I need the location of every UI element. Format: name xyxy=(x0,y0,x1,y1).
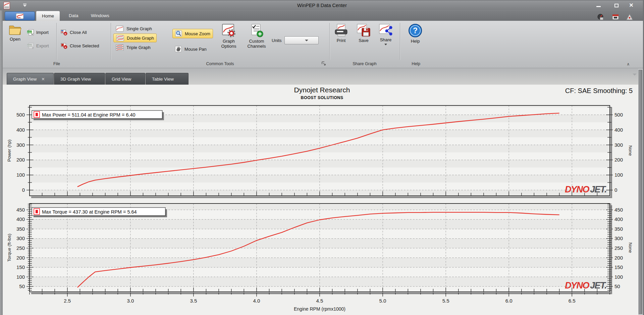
torque-chart[interactable]: DYNOJET.50501001001501502002002502503003… xyxy=(0,201,644,315)
open-button[interactable]: Open xyxy=(5,24,25,42)
tab-table-view-label: Table View xyxy=(152,77,174,82)
power-chart[interactable]: DYNOJET.00100100200200300300400400500500… xyxy=(0,102,644,201)
mouse-pan-label: Mouse Pan xyxy=(184,47,207,52)
svg-text:50: 50 xyxy=(614,283,620,289)
svg-text:3.0: 3.0 xyxy=(127,298,134,304)
svg-text:Torque (ft-lbs): Torque (ft-lbs) xyxy=(7,234,12,262)
units-dropdown-arrow-icon xyxy=(305,40,308,41)
application-menu-button[interactable] xyxy=(5,11,35,20)
custom-channels-button[interactable]: Custom Channels xyxy=(245,24,268,49)
gauge-icon[interactable] xyxy=(597,13,604,20)
double-graph-button[interactable]: Double Graph xyxy=(113,34,157,42)
close-selected-label: Close Selected xyxy=(70,43,99,48)
maximize-button[interactable] xyxy=(611,2,622,9)
help-icon: ? xyxy=(408,24,422,38)
import-button[interactable]: CSV Import xyxy=(25,28,50,36)
custom-channels-label: Custom Channels xyxy=(245,39,268,49)
device-icon[interactable] xyxy=(612,13,619,20)
print-label: Print xyxy=(337,38,346,43)
svg-text:500: 500 xyxy=(614,112,623,118)
ribbon-tab-home[interactable]: Home xyxy=(36,11,60,21)
mouse-pan-button[interactable]: Mouse Pan xyxy=(172,45,209,53)
svg-text:5.0: 5.0 xyxy=(379,298,386,304)
close-selected-button[interactable]: x Close Selected xyxy=(59,42,100,50)
print-button[interactable]: Print xyxy=(331,24,351,43)
tab-list-dropdown-icon[interactable] xyxy=(633,74,637,76)
window-left-border xyxy=(0,10,3,315)
share-label: Share xyxy=(380,37,392,42)
winpep-logo-icon xyxy=(15,13,24,19)
ribbon-tab-windows[interactable]: Windows xyxy=(85,10,115,21)
custom-channels-icon xyxy=(250,24,264,38)
graph-subtitle: BOOST SOLUTIONS xyxy=(0,95,644,100)
svg-text:300: 300 xyxy=(614,235,623,241)
svg-text:JET.: JET. xyxy=(590,184,606,194)
save-button[interactable]: Save xyxy=(354,24,373,43)
svg-text:6.0: 6.0 xyxy=(505,298,513,304)
svg-text:None: None xyxy=(628,242,633,253)
close-all-button[interactable]: o Close All xyxy=(59,28,88,36)
folder-icon xyxy=(8,24,22,36)
collapse-ribbon-chevron-icon[interactable]: ∧ xyxy=(625,62,631,66)
svg-text:None: None xyxy=(628,145,633,156)
scrollbar-thumb[interactable] xyxy=(639,70,642,314)
svg-text:?: ? xyxy=(413,26,418,35)
svg-text:CSV: CSV xyxy=(28,31,32,33)
single-graph-icon xyxy=(116,26,124,32)
tab-grid-view[interactable]: Grid View xyxy=(105,73,145,85)
titlebar: WinPEP 8 Data Center ✕ xyxy=(0,0,644,10)
svg-text:350: 350 xyxy=(16,226,25,232)
svg-text:300: 300 xyxy=(16,142,25,148)
units-dropdown[interactable] xyxy=(284,36,319,44)
svg-text:100: 100 xyxy=(614,274,623,280)
tab-3d-graph-view[interactable]: 3D Graph View xyxy=(54,73,105,85)
single-graph-button[interactable]: Single Graph xyxy=(113,24,154,33)
warning-triangle-icon[interactable] xyxy=(626,13,633,20)
mouse-zoom-label: Mouse Zoom xyxy=(185,31,210,36)
units-label: Units xyxy=(270,36,283,44)
graph-options-button[interactable]: Graph Options xyxy=(218,24,239,49)
close-button[interactable]: ✕ xyxy=(626,2,637,9)
export-button: CSV Export xyxy=(25,42,50,50)
svg-text:200: 200 xyxy=(16,157,25,163)
magnifier-icon xyxy=(175,30,182,37)
svg-text:200: 200 xyxy=(614,255,623,261)
graph-view-panel: Dynojet Research BOOST SOLUTIONS CF: SAE… xyxy=(0,85,644,315)
mouse-zoom-button[interactable]: Mouse Zoom xyxy=(172,29,213,38)
triple-graph-button[interactable]: Triple Graph xyxy=(113,43,153,52)
share-button[interactable]: Share xyxy=(376,24,396,45)
svg-text:400: 400 xyxy=(614,127,623,133)
help-label: Help xyxy=(411,39,420,44)
share-dropdown-arrow-icon xyxy=(384,44,387,45)
svg-text:500: 500 xyxy=(16,112,25,118)
svg-text:Max Power = 511.04 at Engine R: Max Power = 511.04 at Engine RPM = 6.40 xyxy=(42,112,136,118)
svg-text:4.5: 4.5 xyxy=(316,298,323,304)
svg-text:400: 400 xyxy=(16,127,25,133)
file-group-label: File xyxy=(3,61,111,66)
svg-text:6.5: 6.5 xyxy=(569,298,576,304)
svg-text:450: 450 xyxy=(614,207,623,213)
svg-text:300: 300 xyxy=(16,235,25,241)
tab-grid-view-label: Grid View xyxy=(112,77,131,82)
correction-factor-label: CF: SAE Smoothing: 5 xyxy=(565,87,633,95)
svg-text:250: 250 xyxy=(16,245,25,251)
ribbon-tab-row: Home Data Windows xyxy=(0,10,644,21)
share-graph-group-label: Share Graph xyxy=(329,61,400,66)
triple-graph-label: Triple Graph xyxy=(126,45,151,50)
open-label: Open xyxy=(10,37,20,42)
svg-text:100: 100 xyxy=(16,172,25,178)
help-button[interactable]: ? Help xyxy=(405,24,425,44)
svg-text:CSV: CSV xyxy=(28,44,32,46)
ribbon-tab-data[interactable]: Data xyxy=(63,10,84,21)
tab-graph-view[interactable]: Graph View ✕ xyxy=(7,73,54,85)
close-selected-icon: x xyxy=(60,43,68,49)
vertical-scrollbar[interactable] xyxy=(638,69,643,315)
svg-text:0: 0 xyxy=(22,187,25,193)
svg-text:300: 300 xyxy=(614,142,623,148)
svg-text:150: 150 xyxy=(614,264,623,270)
minimize-button[interactable] xyxy=(593,2,604,9)
tab-close-icon[interactable]: ✕ xyxy=(41,77,45,82)
tab-table-view[interactable]: Table View xyxy=(146,73,189,85)
svg-text:350: 350 xyxy=(614,226,623,232)
floppy-save-icon xyxy=(357,24,371,37)
